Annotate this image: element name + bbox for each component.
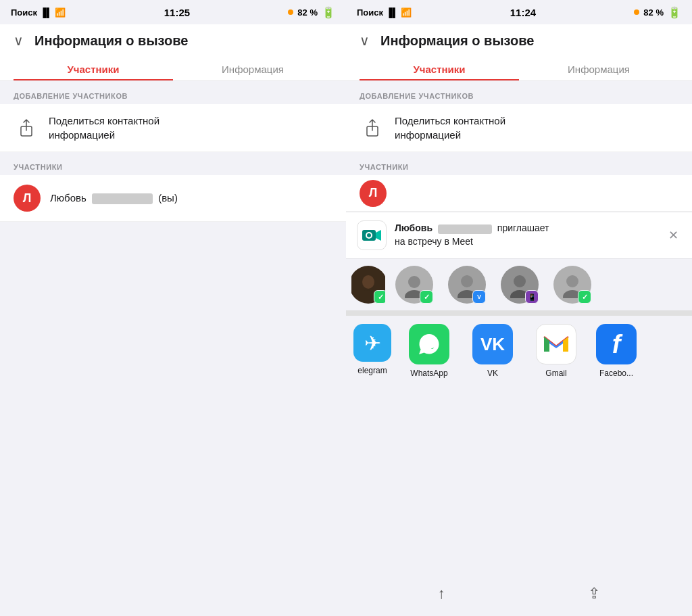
meet-sender-name: Любовь [395, 222, 432, 233]
meet-banner: Любовь приглашаетна встречу в Meet ✕ [346, 212, 692, 259]
contact-avatar-1: ✓ [351, 266, 385, 304]
app-icon-vk[interactable]: VK VK [462, 324, 523, 378]
svg-point-6 [362, 275, 374, 289]
right-bottom-area: ↑ ⇪ [346, 381, 692, 616]
right-status-right: 82 % 🔋 [634, 6, 681, 19]
right-tab-info[interactable]: Информация [519, 57, 678, 80]
right-call-title: Информация о вызове [380, 33, 534, 49]
whatsapp-label: WhatsApp [410, 369, 447, 378]
facebook-label: Facebo... [599, 369, 633, 378]
contact-item-2[interactable]: ✓ [391, 266, 438, 304]
right-share-contact-item[interactable]: Поделиться контактнойинформацией [346, 104, 692, 152]
right-panel: Поиск ▐▌ 📶 11:24 82 % 🔋 ∨ Информация о в… [346, 0, 692, 616]
svg-point-14 [566, 275, 578, 287]
left-participant-name: Любовь (вы) [50, 192, 178, 204]
contact-badge-1: ✓ [374, 290, 385, 304]
contact-item-4[interactable]: 📱 [496, 266, 543, 304]
right-share-contact-label: Поделиться контактнойинформацией [395, 114, 505, 142]
contact-item-5[interactable]: ✓ [549, 266, 596, 304]
right-participant-item[interactable]: Л [346, 175, 692, 212]
left-participants-section-label: УЧАСТНИКИ [0, 152, 346, 175]
right-participant-avatar: Л [360, 180, 387, 207]
right-status-left: Поиск ▐▌ 📶 [357, 7, 412, 18]
left-share-contact-item[interactable]: Поделиться контактнойинформацией [0, 104, 346, 152]
right-battery-icon: 🔋 [668, 6, 681, 19]
gmail-icon-box [536, 324, 576, 364]
right-battery-dot [634, 9, 639, 15]
meet-app-icon [357, 220, 387, 250]
left-panel: Поиск ▐▌ 📶 11:25 82 % 🔋 ∨ Информация о в… [0, 0, 346, 616]
contact-badge-2: ✓ [420, 290, 433, 304]
right-share-icon [360, 115, 385, 141]
contact-item-1[interactable]: ✓ [351, 266, 385, 304]
bottom-actions: ↑ ⇪ [346, 579, 692, 608]
contact-avatar-4: 📱 [501, 266, 539, 304]
right-time: 11:24 [510, 7, 536, 18]
left-carrier: Поиск [11, 7, 37, 18]
left-battery-icon: 🔋 [322, 6, 335, 19]
contact-badge-5: ✓ [578, 290, 591, 304]
telegram-label: elegram [357, 366, 387, 375]
left-time: 11:25 [164, 7, 190, 18]
left-signal-icon: ▐▌ [40, 7, 52, 18]
gmail-label: Gmail [545, 369, 566, 378]
contact-avatar-5: ✓ [553, 266, 591, 304]
contact-badge-4: 📱 [525, 290, 539, 304]
svg-point-8 [408, 276, 420, 288]
left-status-left: Поиск ▐▌ 📶 [11, 7, 66, 18]
svg-point-12 [514, 275, 526, 287]
left-participant-avatar: Л [14, 185, 41, 212]
contact-badge-3: V [472, 290, 486, 304]
left-participant-item[interactable]: Л Любовь (вы) [0, 175, 346, 222]
bottom-left-icon[interactable]: ↑ [438, 585, 445, 602]
right-tabs-row: Участники Информация [360, 57, 678, 80]
app-icon-facebook[interactable]: f Facebo... [589, 324, 643, 378]
left-tab-info[interactable]: Информация [173, 57, 332, 80]
facebook-icon-box: f [596, 324, 637, 364]
svg-point-5 [367, 233, 371, 237]
right-carrier: Поиск [357, 7, 383, 18]
right-call-header: ∨ Информация о вызове Участники Информац… [346, 24, 692, 81]
left-battery-pct: 82 % [297, 7, 318, 18]
left-status-bar: Поиск ▐▌ 📶 11:25 82 % 🔋 [0, 0, 346, 24]
left-share-icon [14, 115, 39, 141]
vk-icon-box: VK [472, 324, 513, 364]
right-chevron-down[interactable]: ∨ [360, 32, 370, 49]
left-call-header: ∨ Информация о вызове Участники Информац… [0, 24, 346, 81]
vk-label: VK [487, 369, 498, 378]
app-icons-strip: ✈ elegram WhatsApp VK VK [346, 316, 692, 381]
left-title-row: ∨ Информация о вызове [14, 32, 332, 57]
right-title-row: ∨ Информация о вызове [360, 32, 678, 57]
contacts-strip: ✓ ✓ V [346, 259, 692, 310]
right-signal-icon: ▐▌ [386, 7, 398, 18]
app-icon-gmail[interactable]: Gmail [526, 324, 587, 378]
left-wifi-icon: 📶 [55, 7, 66, 18]
left-share-contact-label: Поделиться контактнойинформацией [49, 114, 159, 142]
bottom-right-icon[interactable]: ⇪ [588, 585, 600, 602]
left-status-right: 82 % 🔋 [288, 6, 335, 19]
app-icon-whatsapp[interactable]: WhatsApp [399, 324, 460, 378]
whatsapp-icon-box [409, 324, 449, 364]
right-tab-participants[interactable]: Участники [360, 57, 519, 80]
right-status-bar: Поиск ▐▌ 📶 11:24 82 % 🔋 [346, 0, 692, 24]
left-participant-surname-blur [92, 193, 153, 204]
app-icon-telegram[interactable]: ✈ elegram [349, 324, 396, 378]
meet-banner-text: Любовь приглашаетна встречу в Meet [395, 222, 658, 248]
meet-close-button[interactable]: ✕ [666, 225, 681, 245]
left-tabs-row: Участники Информация [14, 57, 332, 80]
left-tab-participants[interactable]: Участники [14, 57, 173, 80]
left-add-section-label: ДОБАВЛЕНИЕ УЧАСТНИКОВ [0, 81, 346, 104]
left-battery-dot [288, 9, 293, 15]
right-participants-section-label: УЧАСТНИКИ [346, 152, 692, 175]
right-wifi-icon: 📶 [401, 7, 412, 18]
meet-sender-surname-blur [438, 224, 492, 234]
right-add-section-label: ДОБАВЛЕНИЕ УЧАСТНИКОВ [346, 81, 692, 104]
right-battery-pct: 82 % [643, 7, 664, 18]
contact-item-3[interactable]: V [443, 266, 491, 304]
contact-avatar-2: ✓ [395, 266, 433, 304]
strip-divider [346, 310, 692, 316]
left-chevron-down[interactable]: ∨ [14, 32, 24, 49]
contact-avatar-3: V [448, 266, 486, 304]
telegram-icon-box: ✈ [353, 324, 391, 362]
left-call-title: Информация о вызове [34, 33, 188, 49]
